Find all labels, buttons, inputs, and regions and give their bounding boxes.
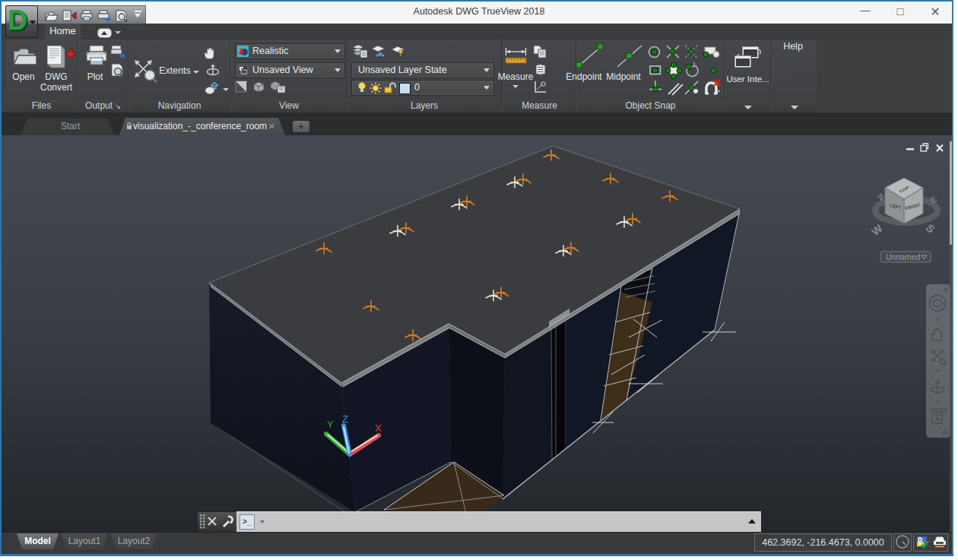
svg-text:X: X [375,422,382,434]
svg-text:W: W [869,222,885,238]
svg-text:Z: Z [342,413,348,425]
svg-text:Y: Y [327,419,334,430]
svg-text:Unnamed: Unnamed [886,252,921,261]
svg-text:S: S [924,222,937,236]
